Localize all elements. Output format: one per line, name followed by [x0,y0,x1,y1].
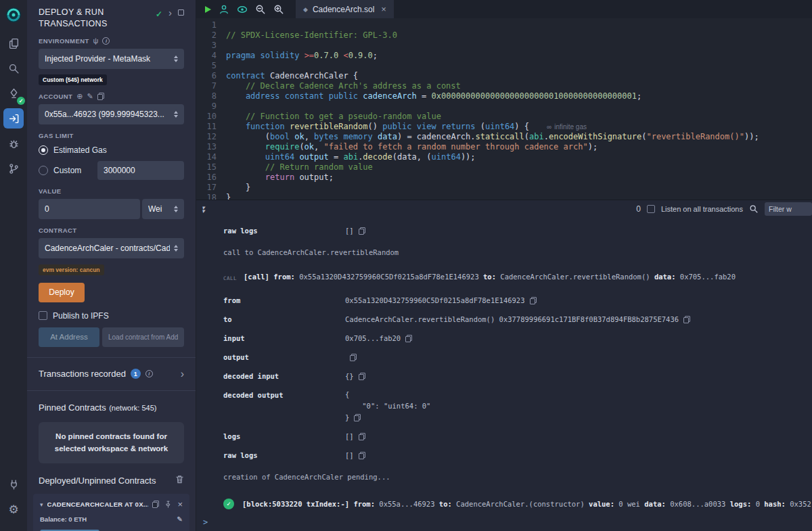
code-editor[interactable]: 123456789101112131415161718 // SPDX-Lice… [196,18,812,200]
pin-icon[interactable] [164,501,172,508]
code-line: return output; [226,172,812,183]
copy-icon[interactable] [354,414,361,421]
filter-input[interactable] [765,202,812,216]
zoom-out-icon[interactable] [255,4,266,15]
code-line [226,101,812,112]
edit-icon[interactable]: ✎ [87,93,93,100]
deploy-run-panel: DEPLOY & RUN TRANSACTIONS ✓ › ENVIRONMEN… [27,0,196,531]
panel-title: DEPLOY & RUN TRANSACTIONS [39,7,140,30]
edit-icon[interactable]: ✎ [177,515,183,523]
line-number: 1 [196,20,217,30]
listen-label: Listen on all transactions [661,205,743,213]
terminal-kv-row: raw logs[] [223,225,812,237]
at-address-input[interactable] [102,327,184,347]
info-icon[interactable]: i [145,370,153,377]
estimated-gas-label: Estimated Gas [53,145,107,155]
code-line: // Function to get a pseudo-random value [226,112,812,122]
custom-gas-radio[interactable] [39,166,48,175]
search-icon[interactable] [749,204,759,214]
terminal-prompt-row[interactable]: > [196,513,812,531]
debugger-icon[interactable] [3,133,24,154]
line-number: 8 [196,91,217,101]
zoom-in-icon[interactable] [273,4,284,15]
custom-gas-input[interactable] [97,161,184,180]
copy-icon[interactable] [359,227,365,235]
line-number: 13 [196,142,217,152]
deploy-button[interactable]: Deploy [39,283,85,302]
copy-icon[interactable] [97,93,104,100]
environment-select[interactable]: Injected Provider - MetaMask [39,49,184,69]
code-line [226,61,812,71]
line-number: 17 [196,183,217,193]
info-icon[interactable]: i [102,37,110,45]
listen-checkbox[interactable] [647,205,655,213]
copy-icon[interactable] [152,501,159,508]
chevron-down-icon[interactable]: ▾ [40,501,43,508]
line-number: 6 [196,71,217,81]
terminal-kv-row: output [223,351,812,363]
copy-icon[interactable] [359,452,365,459]
deployed-contract-title: CADENCEARCHCALER AT 0X... [47,501,149,508]
code-line: require(ok, "failed to fetch a random nu… [226,142,812,152]
trash-icon[interactable] [175,474,184,486]
code-line: // SPDX-License-Identifier: GPL-3.0 [226,30,812,41]
value-unit-select[interactable]: Wei [142,199,184,219]
settings-icon[interactable]: ⚙ [3,499,24,520]
chevron-right-icon[interactable]: › [168,9,172,16]
account-icon[interactable] [219,4,229,15]
terminal-kv-row: decoded output{ "0": "uint64: 0"} [223,389,812,423]
copy-icon[interactable] [530,297,537,304]
listen-count: 0 [636,204,641,214]
account-value: 0x55a...46923 (999.999945323... [45,110,170,119]
account-label: ACCOUNT [39,93,72,100]
copy-icon[interactable] [359,373,365,380]
eye-icon[interactable] [237,4,248,15]
plugin-manager-icon[interactable] [3,474,24,494]
code-line: address constant public cadenceArch = 0x… [226,91,812,101]
publish-ipfs-checkbox[interactable] [39,311,47,320]
copy-icon[interactable] [350,354,357,361]
terminal-prompt: > [203,517,208,527]
code-line: // Declare Cadence Arch's address as a c… [226,81,812,91]
add-account-icon[interactable]: ⊕ [76,93,83,100]
deploy-run-icon[interactable] [3,108,24,129]
at-address-button[interactable]: At Address [39,327,99,347]
account-select[interactable]: 0x55a...46923 (999.999945323... [39,104,184,124]
line-number: 15 [196,162,217,172]
run-icon[interactable] [205,6,211,13]
collapse-terminal-icon[interactable]: ▾▾ [202,205,205,213]
code-line: pragma solidity >=0.7.0 <0.9.0; [226,51,812,61]
compile-success-badge: ✓ [17,97,25,105]
terminal-log[interactable]: raw logs[]call to CadenceArchCaler.rever… [196,218,812,513]
value-input[interactable] [39,199,140,219]
close-tab-icon[interactable]: × [381,4,386,14]
code-line: } [226,183,812,193]
line-number: 10 [196,112,217,122]
copy-icon[interactable] [359,433,365,440]
git-icon[interactable] [3,158,24,179]
copy-icon[interactable] [405,335,412,342]
file-explorer-icon[interactable] [3,33,24,53]
copy-icon[interactable] [683,316,690,323]
remix-logo[interactable] [3,5,24,25]
line-number: 5 [196,61,217,71]
contract-label: CONTRACT [39,227,77,234]
line-number: 3 [196,41,217,51]
estimated-gas-radio[interactable] [39,145,48,155]
popout-icon[interactable] [178,9,184,16]
terminal-kv-row: raw logs[] [223,449,812,461]
plug-icon: ψ [93,37,99,45]
chevron-right-icon[interactable]: › [181,368,184,380]
contract-select[interactable]: CadenceArchCaler - contracts/CadenceArch… [39,238,184,258]
status-check-icon: ✓ [156,9,162,19]
custom-gas-label: Custom [53,166,81,175]
transactions-recorded[interactable]: Transactions recorded 1 i › [39,368,184,380]
terminal-kv-row: input0x705...fab20 [223,332,812,344]
close-icon[interactable]: × [177,500,183,509]
terminal-success-row: ✓[block:5033220 txIndex:-] from: 0x55a..… [223,498,812,510]
tab-cadencearch[interactable]: ◆ CadenceArch.sol × [296,0,394,18]
solidity-compiler-icon[interactable]: ✓ [3,83,24,103]
line-number: 18 [196,193,217,200]
search-icon[interactable] [3,58,24,78]
publish-ipfs-label: Publish to IPFS [53,311,109,321]
